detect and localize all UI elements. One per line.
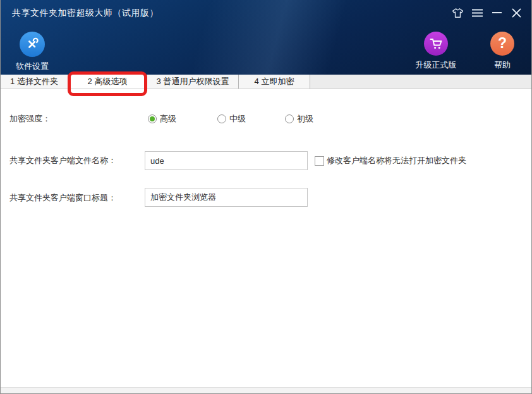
radio-strength-basic[interactable]: 初级 [285, 113, 313, 125]
radio-strength-advanced[interactable]: 高级 [148, 113, 176, 125]
tab-encrypt-now[interactable]: 4 立即加密 [239, 75, 310, 89]
window-controls [451, 6, 523, 19]
rename-warning-checkbox[interactable]: 修改客户端名称将无法打开加密文件夹 [315, 155, 466, 166]
radio-icon [285, 114, 294, 123]
upgrade-label: 升级正式版 [416, 59, 457, 71]
tabbar: 1 选择文件夹 2 高级选项 3 普通用户权限设置 4 立即加密 [1, 75, 531, 89]
window-title: 共享文件夹加密超级大师（试用版） [12, 8, 159, 19]
settings-label: 软件设置 [16, 61, 49, 72]
help-button[interactable]: ? 帮助 [483, 32, 521, 71]
client-file-name-input[interactable] [145, 151, 308, 170]
radio-selected-icon [148, 114, 157, 123]
settings-button[interactable]: 软件设置 [9, 32, 55, 72]
minimize-button[interactable] [490, 6, 503, 19]
radio-strength-medium[interactable]: 中级 [217, 113, 246, 125]
encryption-strength-label: 加密强度： [9, 114, 51, 124]
help-label: 帮助 [494, 59, 511, 71]
toolbar-right: 升级正式版 ? 帮助 [408, 32, 521, 71]
radio-label: 高级 [160, 113, 176, 125]
tools-icon [20, 32, 45, 57]
cart-icon [424, 32, 448, 56]
tab-select-folder[interactable]: 1 选择文件夹 [1, 75, 68, 89]
skin-icon[interactable] [451, 6, 464, 19]
header: 共享文件夹加密超级大师（试用版） [1, 0, 531, 75]
app-window: 共享文件夹加密超级大师（试用版） [0, 0, 532, 394]
toolbar: 软件设置 升级正式版 ? [1, 25, 531, 75]
radio-label: 中级 [229, 113, 246, 125]
tab-advanced-options[interactable]: 2 高级选项 [68, 75, 147, 89]
upgrade-button[interactable]: 升级正式版 [408, 32, 464, 71]
question-glyph: ? [498, 36, 507, 52]
checkbox-label: 修改客户端名称将无法打开加密文件夹 [327, 155, 466, 166]
client-window-title-input[interactable] [145, 188, 308, 207]
advanced-options-panel: 加密强度： 高级 中级 初级 共享文件夹客户端文件名称： 修改客户端名称将无法打… [1, 89, 531, 387]
question-icon: ? [490, 32, 514, 56]
radio-icon [217, 114, 226, 123]
tabbar-filler [310, 75, 531, 89]
status-bar [1, 387, 531, 393]
client-window-title-label: 共享文件夹客户端窗口标题： [9, 193, 116, 203]
menu-icon[interactable] [471, 6, 483, 19]
radio-label: 初级 [297, 113, 313, 125]
titlebar: 共享文件夹加密超级大师（试用版） [1, 0, 531, 25]
close-button[interactable] [510, 6, 523, 19]
client-file-name-label: 共享文件夹客户端文件名称： [9, 156, 116, 166]
checkbox-icon [315, 156, 324, 166]
tab-user-permissions[interactable]: 3 普通用户权限设置 [147, 75, 239, 89]
